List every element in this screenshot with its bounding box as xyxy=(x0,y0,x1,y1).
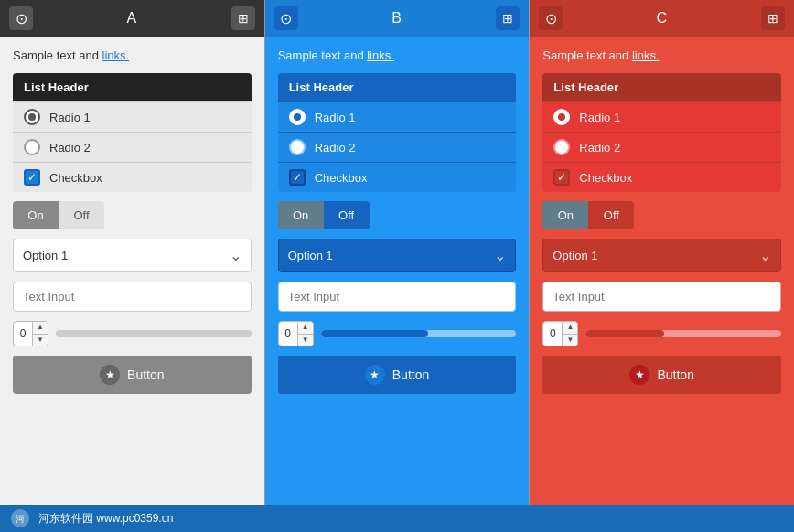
panel-b-dropdown[interactable]: Option 1 ⌄ xyxy=(278,239,517,272)
list-item: Radio 1 xyxy=(278,101,517,132)
panel-b-stepper[interactable]: 0 ▲ ▼ xyxy=(278,321,314,346)
panel-b-grid-icon[interactable]: ⊞ xyxy=(496,6,520,30)
panel-c-link[interactable]: links. xyxy=(632,48,660,62)
checkbox-a[interactable]: ✓ xyxy=(24,169,40,186)
list-item: Radio 1 xyxy=(542,101,781,132)
panel-b-stepper-row: 0 ▲ ▼ xyxy=(278,321,517,346)
panel-b: ⊙ B ⊞ Sample text and links. List Header… xyxy=(265,0,531,505)
panel-a-button[interactable]: ★ Button xyxy=(13,356,252,394)
stepper-controls-a: ▲ ▼ xyxy=(32,321,48,346)
stepper-controls-c: ▲ ▼ xyxy=(562,321,577,346)
panel-c-button[interactable]: ★ Button xyxy=(542,356,781,394)
stepper-up-c[interactable]: ▲ xyxy=(563,321,577,335)
panel-c-dropdown[interactable]: Option 1 ⌄ xyxy=(542,239,781,272)
panel-c-stepper-row: 0 ▲ ▼ xyxy=(542,321,781,346)
dropdown-arrow-a: ⌄ xyxy=(230,247,241,264)
panel-b-toggle: On Off xyxy=(278,201,517,229)
watermark-logo: 河 xyxy=(9,507,31,529)
stepper-value-b: 0 xyxy=(279,327,297,340)
panel-a-toggle-switch[interactable]: On Off xyxy=(13,201,104,229)
list-item: Radio 2 xyxy=(278,132,517,162)
panel-a-grid-icon[interactable]: ⊞ xyxy=(231,6,255,30)
panel-a: ⊙ A ⊞ Sample text and links. List Header… xyxy=(0,0,265,505)
toggle-on-c[interactable]: On xyxy=(542,201,588,229)
panel-a-slider[interactable] xyxy=(56,330,252,337)
panel-a-stepper-row: 0 ▲ ▼ xyxy=(13,321,252,346)
toggle-on-a[interactable]: On xyxy=(13,201,59,229)
panel-b-sample-text: Sample text and links. xyxy=(278,48,517,64)
panel-c-list: List Header Radio 1 Radio 2 ✓ Checkbox xyxy=(542,73,781,192)
radio-2-c[interactable] xyxy=(553,139,570,155)
panel-b-title: B xyxy=(392,10,402,27)
svg-text:河: 河 xyxy=(16,514,25,524)
panel-a-stepper[interactable]: 0 ▲ ▼ xyxy=(13,321,48,346)
panel-c-toggle: On Off xyxy=(542,201,781,229)
panel-b-slider-fill xyxy=(321,330,429,337)
btn-star-icon-a: ★ xyxy=(100,365,120,385)
panel-a-list-header: List Header xyxy=(13,73,252,101)
radio-2-b[interactable] xyxy=(289,139,306,155)
panel-c-header: ⊙ C ⊞ xyxy=(530,0,794,37)
btn-star-icon-b: ★ xyxy=(365,365,385,385)
stepper-value-a: 0 xyxy=(14,327,32,340)
stepper-down-c[interactable]: ▼ xyxy=(563,335,577,347)
panel-b-list-header: List Header xyxy=(278,73,517,101)
panel-a-sample-text: Sample text and links. xyxy=(13,48,252,64)
stepper-value-c: 0 xyxy=(543,327,562,340)
panel-b-toggle-switch[interactable]: On Off xyxy=(278,201,370,229)
list-item: Radio 2 xyxy=(13,132,252,162)
panel-c-stepper[interactable]: 0 ▲ ▼ xyxy=(542,321,578,346)
panel-c-grid-icon[interactable]: ⊞ xyxy=(761,6,785,30)
panel-c-slider[interactable] xyxy=(585,330,781,337)
radio-2-a[interactable] xyxy=(24,139,40,155)
panel-c-body: Sample text and links. List Header Radio… xyxy=(530,37,794,505)
stepper-down-b[interactable]: ▼ xyxy=(298,335,313,347)
watermark-bar: 河 河东软件园 www.pc0359.cn xyxy=(0,505,794,532)
panel-a-link[interactable]: links. xyxy=(102,48,130,62)
stepper-up-a[interactable]: ▲ xyxy=(33,321,48,335)
panel-a-toggle: On Off xyxy=(13,201,252,229)
panel-b-body: Sample text and links. List Header Radio… xyxy=(265,37,530,505)
panel-c-home-icon[interactable]: ⊙ xyxy=(539,6,563,30)
list-item: ✓ Checkbox xyxy=(278,162,517,192)
stepper-controls-b: ▲ ▼ xyxy=(297,321,313,346)
stepper-down-a[interactable]: ▼ xyxy=(33,335,48,347)
list-item: ✓ Checkbox xyxy=(542,162,781,192)
list-item: Radio 2 xyxy=(542,132,781,162)
panel-c-toggle-switch[interactable]: On Off xyxy=(542,201,634,229)
panel-b-header: ⊙ B ⊞ xyxy=(265,0,530,37)
panel-a-text-input[interactable] xyxy=(13,282,252,312)
panel-b-home-icon[interactable]: ⊙ xyxy=(274,6,298,30)
panel-c-slider-fill xyxy=(585,330,663,337)
list-item: ✓ Checkbox xyxy=(13,162,252,192)
radio-1-b[interactable] xyxy=(289,109,306,125)
panel-a-dropdown[interactable]: Option 1 ⌄ xyxy=(13,239,252,272)
btn-star-icon-c: ★ xyxy=(629,365,649,385)
panel-b-text-input[interactable] xyxy=(278,282,517,312)
toggle-off-a[interactable]: Off xyxy=(59,201,104,229)
toggle-off-c[interactable]: Off xyxy=(588,201,634,229)
toggle-off-b[interactable]: Off xyxy=(324,201,370,229)
checkbox-c[interactable]: ✓ xyxy=(553,169,570,186)
panel-c-title: C xyxy=(656,10,668,27)
panel-a-body: Sample text and links. List Header Radio… xyxy=(0,37,264,505)
panel-c: ⊙ C ⊞ Sample text and links. List Header… xyxy=(530,0,794,505)
dropdown-arrow-c: ⌄ xyxy=(759,247,771,264)
toggle-on-b[interactable]: On xyxy=(278,201,324,229)
panel-b-link[interactable]: links. xyxy=(367,48,394,62)
dropdown-arrow-b: ⌄ xyxy=(494,247,506,264)
panel-a-header: ⊙ A ⊞ xyxy=(0,0,264,37)
panel-b-slider[interactable] xyxy=(321,330,517,337)
stepper-up-b[interactable]: ▲ xyxy=(298,321,313,335)
radio-1-a[interactable] xyxy=(24,109,40,125)
panel-b-button[interactable]: ★ Button xyxy=(278,356,517,394)
panel-c-sample-text: Sample text and links. xyxy=(542,48,781,64)
panel-a-list: List Header Radio 1 Radio 2 ✓ Checkbox xyxy=(13,73,252,192)
panel-b-list: List Header Radio 1 Radio 2 ✓ Checkbox xyxy=(278,73,517,192)
checkbox-b[interactable]: ✓ xyxy=(289,169,306,186)
radio-1-c[interactable] xyxy=(553,109,570,125)
watermark-text: 河东软件园 www.pc0359.cn xyxy=(38,511,173,527)
panel-c-text-input[interactable] xyxy=(542,282,781,312)
panel-a-home-icon[interactable]: ⊙ xyxy=(9,6,33,30)
list-item: Radio 1 xyxy=(13,101,252,132)
